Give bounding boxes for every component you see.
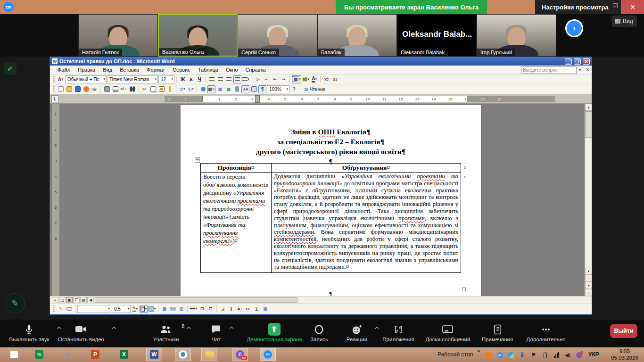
chevron-up-icon[interactable] — [375, 327, 379, 330]
italic-icon[interactable]: К — [187, 75, 195, 83]
cell-proposal[interactable]: Ввести в перелік обов’язкових компоненті… — [201, 173, 272, 273]
tray-bluetooth-icon[interactable]: ᛒ — [519, 351, 526, 359]
leave-button[interactable]: Выйти — [610, 324, 637, 338]
align-center-icon[interactable] — [216, 75, 224, 83]
taskbar-word[interactable]: W — [146, 348, 162, 361]
styles-icon[interactable]: А4 — [57, 75, 65, 83]
table-column-marker[interactable] — [255, 95, 260, 103]
normal-view-button[interactable]: ≡ — [52, 297, 58, 303]
border-color-icon[interactable]: ✎▾ — [131, 305, 139, 313]
underline-icon[interactable]: Ч — [196, 75, 204, 83]
undo-icon[interactable]: ↺▾ — [178, 85, 186, 93]
chevron-up-icon[interactable] — [187, 327, 190, 330]
vertical-ruler[interactable]: 112345678 — [52, 104, 59, 296]
draw-table-icon[interactable]: ✎ — [57, 305, 65, 313]
restore-button[interactable] — [611, 4, 617, 9]
chevron-up-icon[interactable] — [112, 327, 116, 330]
merge-cells-icon[interactable] — [169, 305, 177, 313]
participant-tile[interactable]: Ігор Гурський — [477, 14, 556, 57]
outline-view-button[interactable]: ⋿ — [73, 297, 80, 303]
menu-Вид[interactable]: Вид — [99, 66, 116, 74]
mail-recipient-icon[interactable]: ✉ — [91, 85, 99, 93]
align-left-icon[interactable] — [208, 75, 216, 83]
sort-desc-icon[interactable]: Я↓ — [244, 305, 252, 313]
next-participants-button[interactable]: › — [565, 19, 583, 37]
eraser-icon[interactable] — [65, 305, 73, 313]
participant-tile[interactable]: Василенко Ольга — [158, 14, 238, 57]
print-view-button[interactable]: ▣ — [66, 297, 73, 303]
menubar-close-icon[interactable]: ✕ — [583, 67, 592, 72]
word-restore-button[interactable]: ❐ — [574, 58, 581, 65]
clock[interactable]: 9:5505.03.2026 — [609, 348, 640, 361]
permission-icon[interactable] — [82, 85, 90, 93]
menu-Сервис[interactable]: Сервис — [169, 66, 194, 74]
help-icon[interactable]: ? — [290, 85, 298, 93]
language-indicator[interactable]: УКР — [588, 351, 599, 358]
scroll-up-arrow[interactable]: ▲ — [585, 104, 592, 111]
find-icon[interactable] — [128, 85, 136, 93]
participants-button[interactable]: Участники8 — [153, 323, 179, 342]
print-icon[interactable] — [103, 85, 111, 93]
boards-button[interactable]: Доски сообщений — [426, 323, 471, 342]
borders-icon[interactable]: ▦▾ — [292, 75, 301, 83]
insert-excel-icon[interactable]: ▦ — [224, 85, 232, 93]
autoformat-icon[interactable]: ◢ — [219, 305, 227, 313]
align-right-icon[interactable] — [225, 75, 233, 83]
tray-volume-icon[interactable]: ◀) — [564, 351, 571, 359]
hyperlink-icon[interactable] — [199, 85, 207, 93]
chat-button[interactable]: Чат — [210, 323, 222, 342]
insert-table-icon[interactable]: ▦ — [160, 305, 168, 313]
apps-button[interactable]: Приложения — [382, 323, 414, 342]
scroll-left-arrow[interactable]: ◀ — [87, 297, 94, 303]
insert-table-icon[interactable]: ▦ — [216, 85, 224, 93]
gallery-view-button[interactable]: Вид — [611, 16, 637, 27]
mute-button[interactable]: Выключить звук — [9, 323, 50, 342]
vertical-scrollbar[interactable]: ▲ ▼ ↑ ● ↓ — [585, 104, 592, 296]
text-direction-icon[interactable]: ∥ — [227, 305, 235, 313]
tray-flag-icon[interactable]: ⚑ — [530, 351, 537, 359]
tray-zoom-icon[interactable]: zm — [496, 351, 504, 359]
autosum-icon[interactable]: Σ — [253, 305, 261, 313]
menu-Файл[interactable]: Файл — [54, 66, 74, 74]
reading-view-button[interactable]: ▤ — [80, 297, 87, 303]
browse-select-button[interactable]: ● — [585, 282, 592, 289]
taskbar-chrome[interactable] — [175, 348, 191, 361]
menu-Окно[interactable]: Окно — [222, 66, 242, 74]
size-dropdown[interactable]: 12▾ — [158, 75, 174, 83]
reading-mode-button[interactable]: ▤Чтение — [302, 85, 327, 93]
tray-viber-icon[interactable] — [575, 351, 583, 359]
desktop-toolbar-label[interactable]: Рабочий стол — [438, 351, 473, 358]
toolbar-overflow-chevron[interactable]: » — [477, 348, 480, 354]
document-page[interactable]: Зміни в ОПП Екологія¶за спеціальністю Е2… — [181, 105, 481, 296]
notes-button[interactable]: Примечания — [482, 323, 513, 342]
table-grid-icon[interactable]: ▦ — [261, 305, 269, 313]
menu-Вставка[interactable]: Вставка — [116, 66, 143, 74]
bullet-list-icon[interactable]: •≡ — [263, 75, 271, 83]
ask-question-input[interactable]: Введите вопрос — [521, 66, 577, 74]
taskbar-powerpoint[interactable]: P — [87, 348, 103, 361]
columns-icon[interactable] — [233, 85, 241, 93]
chevron-up-icon[interactable] — [230, 327, 233, 330]
font-color-icon[interactable]: А▾ — [310, 75, 318, 83]
participant-tile[interactable]: Сергій Сонько — [238, 14, 317, 57]
reactions-button[interactable]: Реакции — [347, 323, 367, 342]
print-preview-icon[interactable] — [111, 85, 119, 93]
tray-network-icon[interactable] — [553, 351, 560, 359]
style-dropdown[interactable]: Обычный + Пс▾ — [65, 75, 107, 83]
minimize-button[interactable]: – — [598, 0, 610, 14]
cell-align-icon[interactable]: ▾ — [190, 305, 198, 313]
save-icon[interactable] — [74, 85, 82, 93]
taskbar-excel[interactable]: X — [116, 348, 132, 361]
word-close-button[interactable]: ✕ — [583, 58, 590, 65]
font-dropdown[interactable]: Times New Roman▾ — [107, 75, 158, 83]
more-button[interactable]: Дополнительно — [527, 323, 566, 342]
split-cells-icon[interactable]: ▥ — [177, 305, 185, 313]
numbered-list-icon[interactable]: 1≡ — [254, 75, 262, 83]
tray-avast-icon[interactable] — [485, 351, 492, 359]
paste-icon[interactable] — [157, 85, 165, 93]
tables-and-borders-icon[interactable]: ▦✎ — [207, 85, 215, 93]
taskbar-zoom[interactable]: zm — [260, 348, 276, 361]
annotate-pencil-button[interactable]: ✎ — [5, 293, 25, 313]
word-minimize-button[interactable]: _ — [565, 58, 572, 65]
menu-Формат[interactable]: Формат — [143, 66, 169, 74]
